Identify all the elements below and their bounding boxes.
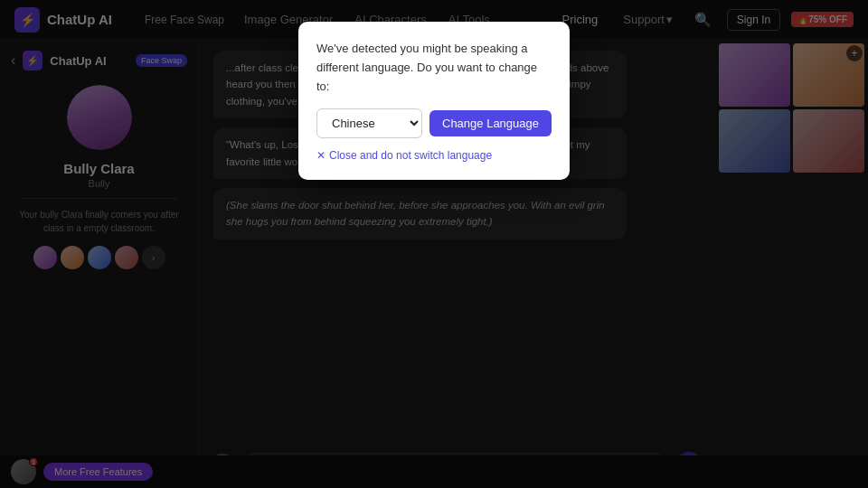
modal-text: We've detected you might be speaking a d… bbox=[316, 40, 552, 96]
language-select[interactable]: Chinese bbox=[316, 108, 422, 138]
language-modal-overlay: We've detected you might be speaking a d… bbox=[0, 0, 868, 488]
modal-select-row: Chinese Change Language bbox=[316, 108, 552, 138]
dont-switch-link[interactable]: ✕ Close and do not switch language bbox=[316, 149, 552, 162]
change-language-button[interactable]: Change Language bbox=[429, 110, 552, 136]
language-modal: We've detected you might be speaking a d… bbox=[298, 22, 570, 180]
